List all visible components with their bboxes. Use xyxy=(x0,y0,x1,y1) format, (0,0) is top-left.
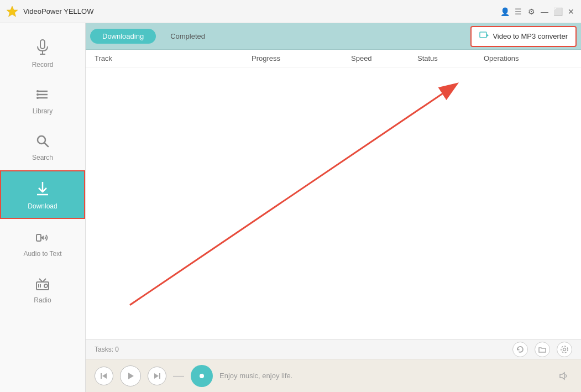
search-icon xyxy=(35,134,50,150)
app-body: Record Library xyxy=(0,23,581,392)
svg-point-16 xyxy=(44,284,48,288)
status-actions xyxy=(512,342,572,357)
record-icon xyxy=(35,39,50,58)
volume-icon[interactable] xyxy=(556,368,572,384)
close-button[interactable]: ✕ xyxy=(567,7,575,16)
play-button[interactable] xyxy=(120,365,141,386)
folder-button[interactable] xyxy=(535,342,550,357)
svg-point-23 xyxy=(563,348,566,351)
sidebar-item-radio[interactable]: Radio xyxy=(0,266,85,313)
sidebar: Record Library xyxy=(0,23,86,392)
window-controls: 👤 ☰ ⚙ — ⬜ ✕ xyxy=(500,7,575,16)
refresh-button[interactable] xyxy=(512,342,528,357)
app-logo xyxy=(6,5,19,18)
audio-to-text-label: Audio to Text xyxy=(23,250,61,258)
table-body xyxy=(86,67,581,339)
menu-icon[interactable]: ☰ xyxy=(514,7,522,16)
download-label: Download xyxy=(28,202,57,210)
col-progress: Progress xyxy=(252,54,351,62)
record-label: Record xyxy=(32,61,54,69)
col-speed: Speed xyxy=(351,54,417,62)
tab-downloading[interactable]: Downloading xyxy=(90,29,156,44)
col-status: Status xyxy=(417,54,484,62)
player-tagline: Enjoy music, enjoy life. xyxy=(219,372,549,380)
content-area: Downloading Completed Video to MP3 conve… xyxy=(86,23,581,392)
col-track: Track xyxy=(95,54,252,62)
svg-rect-1 xyxy=(40,40,45,49)
svg-line-11 xyxy=(45,143,49,147)
svg-marker-31 xyxy=(560,373,564,379)
svg-point-9 xyxy=(36,97,39,99)
svg-point-30 xyxy=(200,374,204,378)
video-to-mp3-button[interactable]: Video to MP3 converter xyxy=(470,26,577,47)
svg-marker-0 xyxy=(7,6,18,17)
radio-label: Radio xyxy=(34,296,51,304)
converter-icon xyxy=(479,30,489,43)
svg-marker-27 xyxy=(128,373,134,379)
status-bar: Tasks: 0 xyxy=(86,339,581,359)
prev-button[interactable] xyxy=(95,367,113,385)
settings-icon[interactable]: ⚙ xyxy=(527,7,536,16)
search-label: Search xyxy=(32,154,53,161)
sidebar-item-record[interactable]: Record xyxy=(0,29,85,77)
player-thumbnail xyxy=(191,365,213,387)
svg-point-24 xyxy=(561,346,568,353)
converter-label: Video to MP3 converter xyxy=(493,32,568,40)
next-button[interactable] xyxy=(148,367,166,385)
titlebar: VideoPower YELLOW 👤 ☰ ⚙ — ⬜ ✕ xyxy=(0,0,581,23)
tab-completed[interactable]: Completed xyxy=(158,29,217,44)
settings-action-button[interactable] xyxy=(557,342,572,357)
sidebar-item-library[interactable]: Library xyxy=(0,77,85,124)
library-icon xyxy=(35,87,50,104)
maximize-button[interactable]: ⬜ xyxy=(553,7,562,16)
svg-marker-20 xyxy=(486,34,489,37)
account-icon[interactable]: 👤 xyxy=(500,7,509,16)
sidebar-item-download[interactable]: Download xyxy=(0,170,85,219)
svg-rect-14 xyxy=(36,234,41,241)
col-operations: Operations xyxy=(484,54,572,62)
player-bar: — Enjoy music, enjoy life. xyxy=(86,359,581,392)
svg-point-7 xyxy=(36,90,39,92)
app-title: VideoPower YELLOW xyxy=(23,7,500,15)
radio-icon xyxy=(35,276,50,293)
svg-rect-19 xyxy=(480,32,486,38)
tasks-count: Tasks: 0 xyxy=(95,346,512,353)
svg-marker-25 xyxy=(102,373,107,379)
svg-line-22 xyxy=(130,85,456,305)
tab-bar: Downloading Completed Video to MP3 conve… xyxy=(86,23,581,50)
sidebar-item-audio-to-text[interactable]: Audio to Text xyxy=(0,219,85,266)
audio-to-text-icon xyxy=(35,229,50,247)
library-label: Library xyxy=(33,107,53,115)
svg-marker-28 xyxy=(154,373,159,379)
annotation-arrow xyxy=(86,67,581,339)
svg-point-8 xyxy=(36,93,39,96)
table-header: Track Progress Speed Status Operations xyxy=(86,50,581,67)
player-dash: — xyxy=(173,369,184,382)
sidebar-item-search[interactable]: Search xyxy=(0,124,85,170)
download-icon xyxy=(35,180,50,199)
minimize-button[interactable]: — xyxy=(540,7,549,16)
